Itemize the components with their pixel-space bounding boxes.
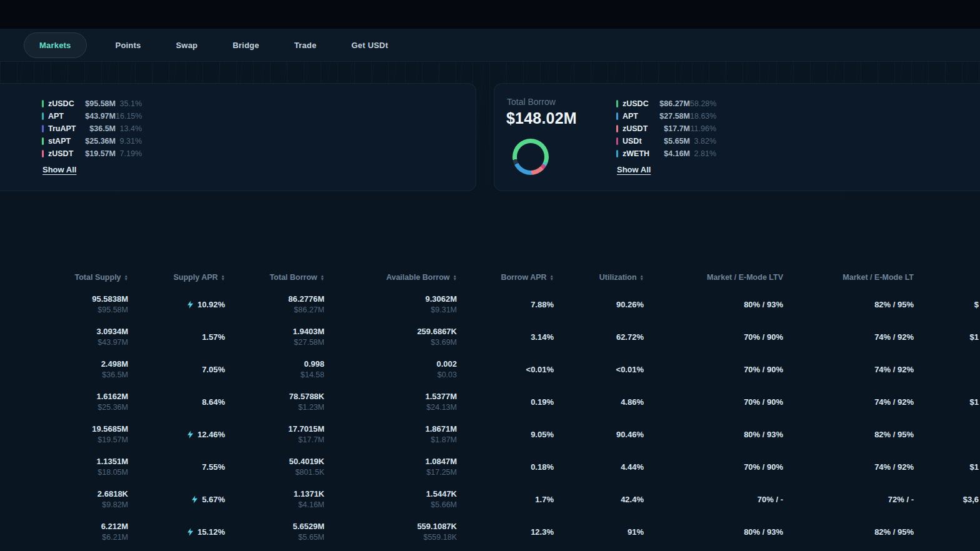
utilization-cell: <0.01%	[554, 353, 644, 385]
nav-item-points[interactable]: Points	[98, 32, 159, 58]
legend-token-value: $27.58M	[654, 112, 690, 121]
nav-item-trade[interactable]: Trade	[277, 32, 334, 58]
supply-apr-cell: 8.64%	[128, 385, 225, 418]
supply-amount: 3.0934M	[96, 325, 128, 337]
markets-page: { "nav": { "items": [ { "label": "Market…	[0, 0, 980, 551]
available-borrow-amount: 1.5377M	[425, 390, 457, 402]
borrow-amount: 1.9403M	[292, 325, 324, 337]
legend-token-name: APT	[48, 112, 79, 121]
emode-lt-cell: 74% / 92%	[783, 385, 914, 418]
nav: MarketsPointsSwapBridgeTradeGet USDt	[0, 29, 980, 62]
borrow-usd: $801.5K	[295, 467, 324, 478]
borrow-usd: $27.58M	[294, 337, 324, 348]
total-borrow-cell: 5.6529M $5.65M	[225, 515, 324, 548]
supply-apr-cell: 10.92%	[128, 288, 225, 320]
market-table-row[interactable]: 19.5685M $19.57M 12.46% 17.7015M $17.7M …	[0, 418, 979, 450]
emode-lt-cell: 74% / 92%	[783, 320, 914, 353]
available-borrow-cell: 1.5447K $5.66M	[324, 483, 457, 515]
total-borrow-title: Total Borrow	[507, 97, 556, 107]
available-borrow-usd: $0.03	[438, 370, 457, 380]
supply-apr-value: 1.57%	[202, 331, 225, 343]
available-borrow-usd: $3.69M	[431, 337, 457, 348]
legend-token-value: $86.27M	[654, 99, 690, 108]
emode-ltv-value: 80% / 93%	[744, 429, 783, 440]
borrow-usd: $4.16M	[298, 500, 324, 510]
column-header-borrow-apr[interactable]: Borrow APR ▲▼	[457, 273, 554, 282]
emode-ltv-cell: 80% / 93%	[644, 515, 783, 548]
utilization-cell: 4.44%	[554, 450, 644, 483]
nav-item-swap[interactable]: Swap	[158, 32, 215, 58]
supply-usd: $95.58M	[98, 305, 128, 315]
available-borrow-amount: 1.5447K	[426, 488, 457, 500]
market-table-row[interactable]: 2.498M $36.5M 7.05% 0.998 $14.58 0.002 $…	[0, 353, 979, 385]
utilization-value: 91%	[628, 526, 644, 538]
total-supply-cell: 3.0934M $43.97M	[0, 320, 128, 353]
supply-amount: 1.1351M	[96, 455, 128, 467]
emode-ltv-cell: 80% / 93%	[644, 418, 783, 450]
boost-bolt-icon	[188, 528, 193, 536]
column-header-total-borrow[interactable]: Total Borrow ▲▼	[225, 273, 324, 282]
supply-amount: 6.212M	[101, 520, 128, 532]
total-borrow-cell: 0.998 $14.58	[225, 353, 324, 385]
emode-lt-value: 74% / 92%	[874, 396, 914, 408]
borrow-amount: 0.998	[304, 358, 324, 370]
column-header-label: Total Supply	[74, 273, 121, 282]
column-header-market-e-mode-ltv: Market / E-Mode LTV	[644, 273, 783, 282]
borrow-amount: 17.7015M	[288, 423, 324, 435]
borrow-apr-cell: 0.18%	[457, 450, 554, 483]
borrow-apr-cell: 1.7%	[457, 483, 554, 515]
total-borrow-value: $148.02M	[506, 109, 577, 127]
column-header-supply-apr[interactable]: Supply APR ▲▼	[128, 273, 225, 282]
price-cell	[914, 515, 979, 548]
market-table-row[interactable]: 95.5838M $95.58M 10.92% 86.2776M $86.27M…	[0, 288, 979, 320]
total-borrow-cell: 1.1371K $4.16M	[225, 483, 324, 515]
supply-usd: $9.82M	[102, 500, 128, 510]
borrow-usd: $17.7M	[298, 435, 324, 445]
market-table-row[interactable]: 2.6818K $9.82M 5.67% 1.1371K $4.16M 1.54…	[0, 483, 979, 515]
total-supply-panel: zUSDC $95.58M 35.1% APT $43.97M 16.15% T…	[0, 83, 476, 191]
borrow-apr-value: 7.88%	[531, 299, 554, 310]
price-fragment: $1	[970, 461, 979, 473]
market-table-row[interactable]: 6.212M $6.21M 15.12% 5.6529M $5.65M 559.…	[0, 515, 979, 548]
available-borrow-amount: 259.6867K	[417, 325, 457, 337]
market-table-row[interactable]: 3.0934M $43.97M 1.57% 1.9403M $27.58M 25…	[0, 320, 979, 353]
column-header-available-borrow[interactable]: Available Borrow ▲▼	[324, 273, 457, 282]
nav-item-bridge[interactable]: Bridge	[215, 32, 276, 58]
borrow-apr-value: 9.05%	[531, 429, 554, 440]
borrow-apr-cell: 3.14%	[457, 320, 554, 353]
price-fragment: $1	[970, 331, 979, 343]
supply-apr-value: 7.55%	[202, 461, 225, 473]
legend-token-name: stAPT	[48, 137, 79, 146]
emode-lt-value: 74% / 92%	[874, 364, 914, 375]
nav-item-label: Get USDt	[351, 41, 388, 50]
available-borrow-amount: 559.1087K	[417, 520, 457, 532]
column-header-total-supply[interactable]: Total Supply ▲▼	[0, 273, 128, 282]
market-table-row[interactable]: 1.1351M $18.05M 7.55% 50.4019K $801.5K 1…	[0, 450, 979, 483]
emode-lt-cell: 72% / -	[783, 483, 914, 515]
column-header-utilization[interactable]: Utilization ▲▼	[554, 273, 644, 282]
column-header-label: Total Borrow	[269, 273, 317, 282]
legend-token-name: zUSDC	[622, 99, 654, 108]
total-borrow-cell: 78.5788K $1.23M	[225, 385, 324, 418]
legend-color-bar-icon	[42, 112, 44, 120]
supply-usd: $18.05M	[98, 467, 128, 478]
supply-apr-value: 5.67%	[202, 494, 225, 505]
supply-legend: zUSDC $95.58M 35.1% APT $43.97M 16.15% T…	[42, 97, 142, 160]
market-table-row[interactable]: 1.6162M $25.36M 8.64% 78.5788K $1.23M 1.…	[0, 385, 979, 418]
borrow-apr-value: 3.14%	[531, 331, 554, 343]
legend-token-percent: 13.4%	[116, 124, 142, 133]
borrow-apr-value: 0.18%	[531, 461, 554, 473]
borrow-show-all-link[interactable]: Show All	[617, 165, 651, 174]
borrow-usd: $1.23M	[298, 402, 324, 413]
total-supply-cell: 19.5685M $19.57M	[0, 418, 128, 450]
available-borrow-amount: 1.0847M	[425, 455, 457, 467]
nav-item-markets[interactable]: Markets	[24, 32, 87, 58]
supply-show-all-link[interactable]: Show All	[42, 165, 76, 174]
nav-item-get-usdt[interactable]: Get USDt	[334, 32, 406, 58]
utilization-cell: 90.46%	[554, 418, 644, 450]
emode-lt-value: 82% / 95%	[874, 429, 914, 440]
available-borrow-usd: $559.18K	[423, 532, 457, 543]
utilization-cell: 62.72%	[554, 320, 644, 353]
legend-item: zUSDC $95.58M 35.1%	[42, 97, 142, 110]
borrow-apr-value: <0.01%	[526, 364, 554, 375]
